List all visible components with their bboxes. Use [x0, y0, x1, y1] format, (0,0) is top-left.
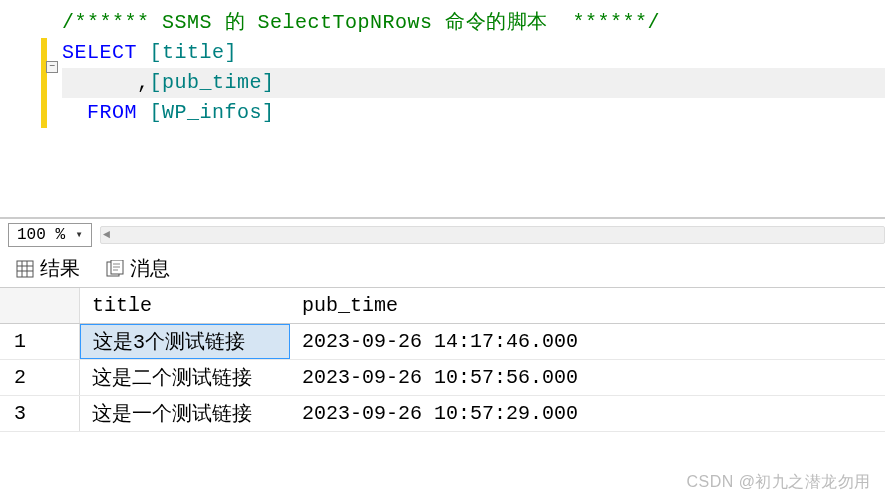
cell-title[interactable]: 这是二个测试链接 — [80, 360, 290, 395]
tab-results-label: 结果 — [40, 255, 80, 282]
watermark-text: CSDN @初九之潜龙勿用 — [686, 472, 871, 493]
rownum-cell[interactable]: 3 — [0, 396, 80, 431]
svg-rect-0 — [17, 261, 33, 277]
editor-status-bar: 100 % ▾ ◄ — [0, 218, 885, 250]
scroll-left-icon: ◄ — [103, 228, 110, 242]
column-pubtime: [pub_time] — [150, 71, 275, 94]
column-title: [title] — [137, 41, 237, 64]
table-name: [WP_infos] — [137, 101, 275, 124]
grid-icon — [16, 260, 34, 278]
table-row[interactable]: 2 这是二个测试链接 2023-09-26 10:57:56.000 — [0, 360, 885, 396]
zoom-dropdown[interactable]: 100 % ▾ — [8, 223, 92, 247]
sql-editor-pane[interactable]: /****** SSMS 的 SelectTopNRows 命令的脚本 ****… — [0, 0, 885, 218]
zoom-value: 100 % — [17, 226, 65, 244]
column-header-pubtime[interactable]: pub_time — [290, 288, 630, 323]
code-block[interactable]: /****** SSMS 的 SelectTopNRows 命令的脚本 ****… — [0, 0, 885, 128]
comment-prefix: /****** — [62, 11, 162, 34]
cell-title[interactable]: 这是一个测试链接 — [80, 396, 290, 431]
horizontal-scrollbar[interactable]: ◄ — [100, 226, 885, 244]
rownum-cell[interactable]: 1 — [0, 324, 80, 359]
table-row[interactable]: 3 这是一个测试链接 2023-09-26 10:57:29.000 — [0, 396, 885, 432]
comment-body: SSMS 的 SelectTopNRows 命令的脚本 — [162, 11, 548, 34]
from-keyword: FROM — [62, 101, 137, 124]
results-tabs: 结果 消息 — [0, 250, 885, 288]
results-grid[interactable]: title pub_time 1 这是3个测试链接 2023-09-26 14:… — [0, 288, 885, 432]
tab-messages[interactable]: 消息 — [100, 251, 176, 286]
cell-pubtime[interactable]: 2023-09-26 14:17:46.000 — [290, 324, 630, 359]
message-icon — [106, 260, 124, 278]
cell-pubtime[interactable]: 2023-09-26 10:57:56.000 — [290, 360, 630, 395]
comment-suffix: ******/ — [548, 11, 661, 34]
cell-pubtime[interactable]: 2023-09-26 10:57:29.000 — [290, 396, 630, 431]
grid-header-row: title pub_time — [0, 288, 885, 324]
select-keyword: SELECT — [62, 41, 137, 64]
comma-indent: , — [62, 71, 150, 94]
column-header-title[interactable]: title — [80, 288, 290, 323]
tab-messages-label: 消息 — [130, 255, 170, 282]
cell-title[interactable]: 这是3个测试链接 — [80, 324, 290, 359]
chevron-down-icon: ▾ — [71, 227, 87, 242]
table-row[interactable]: 1 这是3个测试链接 2023-09-26 14:17:46.000 — [0, 324, 885, 360]
tab-results[interactable]: 结果 — [10, 251, 86, 286]
rownum-header[interactable] — [0, 288, 80, 323]
rownum-cell[interactable]: 2 — [0, 360, 80, 395]
